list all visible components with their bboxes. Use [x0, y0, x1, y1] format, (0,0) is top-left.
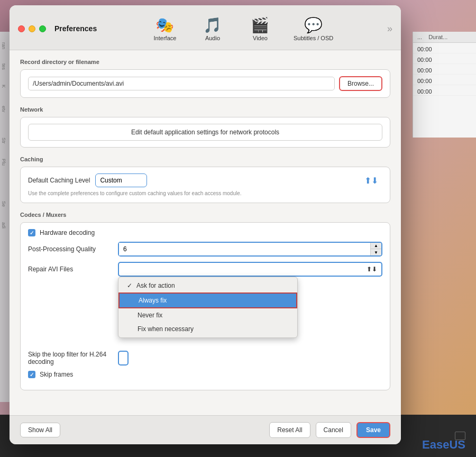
caching-select-wrapper: Custom Lowest latency Low latency Normal… — [95, 173, 382, 187]
dialog-title: Preferences — [54, 24, 97, 33]
tab-audio[interactable]: 🎵 Audio — [194, 16, 231, 43]
right-panel-duration-label: Durat... — [428, 34, 447, 40]
left-sidebar-text: adi — [1, 222, 6, 229]
caching-section: Caching Default Caching Level Custom Low… — [20, 156, 390, 203]
caching-level-select[interactable]: Custom Lowest latency Low latency Normal… — [95, 173, 147, 187]
repair-avi-row: Repair AVI Files ⬆⬇ ✓ Ask for action — [28, 262, 382, 277]
pp-quality-stepper: ▲ ▼ — [370, 243, 381, 255]
dialog-footer: Show All Reset All Cancel Save — [10, 415, 401, 444]
minimize-button[interactable] — [29, 25, 35, 32]
toolbar-chevron-icon[interactable]: » — [387, 23, 392, 34]
skip-loop-select[interactable] — [118, 351, 129, 365]
hardware-decoding-row: Hardware decoding — [28, 229, 382, 236]
easeus-watermark: EaseUS — [422, 438, 465, 452]
tab-interface[interactable]: 🎭 Interface — [147, 16, 184, 43]
show-all-button[interactable]: Show All — [20, 423, 60, 437]
left-sidebar-text: Str — [1, 138, 6, 144]
hardware-decoding-label: Hardware decoding — [40, 229, 95, 236]
record-row: Browse... — [28, 76, 382, 91]
dropdown-item-always-fix[interactable]: Always fix — [118, 293, 297, 308]
tab-subtitles[interactable]: 💬 Subtitles / OSD — [289, 16, 337, 43]
caching-level-label: Default Caching Level — [28, 177, 90, 184]
dropdown-item-fix-when-necessary[interactable]: Fix when necessary — [118, 322, 297, 336]
caching-section-box: Default Caching Level Custom Lowest late… — [20, 167, 390, 203]
browse-button[interactable]: Browse... — [339, 76, 382, 91]
skip-frames-row: Skip frames — [28, 371, 382, 378]
dropdown-item-label: Always fix — [139, 297, 167, 304]
repair-avi-label: Repair AVI Files — [28, 266, 113, 273]
skip-frames-label: Skip frames — [40, 371, 73, 378]
list-item: 00:00 — [413, 75, 476, 85]
titlebar: Preferences 🎭 Interface 🎵 Audio 🎬 Video … — [10, 5, 401, 50]
dropdown-item-label: Ask for action — [136, 282, 175, 289]
repair-avi-arrow-icon: ⬆⬇ — [367, 266, 377, 273]
left-sidebar-text: ran — [1, 42, 6, 49]
checkmark-icon: ✓ — [127, 282, 132, 289]
list-item: 00:00 — [413, 64, 476, 75]
left-sidebar-text: K — [1, 85, 6, 88]
audio-icon: 🎵 — [203, 18, 222, 33]
maximize-button[interactable] — [39, 25, 46, 32]
dropdown-item-label: Fix when necessary — [138, 325, 194, 333]
tab-subtitles-label: Subtitles / OSD — [294, 35, 333, 41]
caching-section-title: Caching — [20, 156, 390, 162]
repair-avi-dropdown: ✓ Ask for action Always fix Never fix — [118, 277, 298, 338]
tab-interface-label: Interface — [154, 35, 177, 41]
network-section-box: Edit default application settings for ne… — [20, 117, 390, 148]
record-input[interactable] — [28, 77, 335, 90]
pp-quality-input[interactable] — [119, 243, 370, 255]
skip-frames-checkbox[interactable] — [28, 371, 35, 378]
codecs-section-title: Codecs / Muxers — [20, 212, 390, 218]
list-item: 00:00 — [413, 53, 476, 64]
record-section: Record directory or filename Browse... — [20, 59, 390, 98]
caching-row: Default Caching Level Custom Lowest late… — [28, 173, 382, 187]
network-section-title: Network — [20, 106, 390, 113]
network-section: Network Edit default application setting… — [20, 106, 390, 148]
list-item: 00:00 — [413, 43, 476, 53]
left-sidebar-text: tes — [1, 63, 6, 70]
skip-loop-label: Skip the loop filter for H.264 decoding — [28, 351, 113, 365]
repair-avi-select-wrapper: ⬆⬇ ✓ Ask for action Always fix — [118, 262, 382, 277]
close-button[interactable] — [18, 25, 25, 32]
traffic-lights — [18, 25, 46, 32]
tab-video[interactable]: 🎬 Video — [242, 16, 279, 43]
repair-avi-select[interactable]: ⬆⬇ — [118, 262, 382, 277]
hardware-decoding-checkbox[interactable] — [28, 229, 35, 236]
record-section-title: Record directory or filename — [20, 59, 390, 65]
preferences-dialog: Preferences 🎭 Interface 🎵 Audio 🎬 Video … — [10, 5, 401, 444]
tab-video-label: Video — [253, 35, 268, 41]
pp-quality-decrement[interactable]: ▼ — [371, 249, 381, 255]
right-panel-header: ... Durat... — [413, 32, 476, 43]
interface-icon: 🎭 — [155, 18, 174, 33]
right-panel: ... Durat... 00:00 00:00 00:00 00:00 00:… — [413, 32, 476, 138]
skip-loop-select-wrapper — [118, 351, 382, 365]
right-panel-dots: ... — [417, 34, 422, 40]
repair-avi-wrapper: Repair AVI Files ⬆⬇ ✓ Ask for action — [28, 262, 382, 277]
codecs-section-box: Hardware decoding Post-Processing Qualit… — [20, 222, 390, 390]
footer-right-buttons: Reset All Cancel Save — [269, 422, 390, 438]
dropdown-item-never-fix[interactable]: Never fix — [118, 308, 297, 322]
left-sidebar-text: Se — [1, 201, 6, 207]
tab-audio-label: Audio — [205, 35, 220, 41]
pp-quality-input-wrapper: ▲ ▼ — [118, 242, 382, 257]
caching-hint: Use the complete preferences to configur… — [28, 190, 382, 196]
pp-quality-label: Post-Processing Quality — [28, 245, 113, 253]
subtitles-icon: 💬 — [304, 18, 323, 33]
dialog-content: Record directory or filename Browse... N… — [10, 50, 401, 415]
record-section-box: Browse... — [20, 69, 390, 98]
select-arrow-icon: ⬆⬇ — [364, 176, 378, 186]
left-sidebar-text: etv — [1, 106, 6, 112]
reset-all-button[interactable]: Reset All — [269, 422, 310, 438]
cancel-button[interactable]: Cancel — [316, 422, 351, 438]
codecs-section: Codecs / Muxers Hardware decoding Post-P… — [20, 212, 390, 390]
toolbar: 🎭 Interface 🎵 Audio 🎬 Video 💬 Subtitles … — [97, 12, 387, 45]
dropdown-item-label: Never fix — [138, 312, 162, 319]
save-button[interactable]: Save — [356, 422, 390, 438]
dropdown-item-ask[interactable]: ✓ Ask for action — [118, 279, 297, 293]
list-item: 00:00 — [413, 85, 476, 96]
left-sidebar-text: Plu — [1, 159, 6, 166]
network-settings-button[interactable]: Edit default application settings for ne… — [28, 124, 382, 141]
pp-quality-increment[interactable]: ▲ — [371, 243, 381, 249]
video-icon: 🎬 — [251, 18, 269, 33]
pp-quality-row: Post-Processing Quality ▲ ▼ — [28, 242, 382, 257]
